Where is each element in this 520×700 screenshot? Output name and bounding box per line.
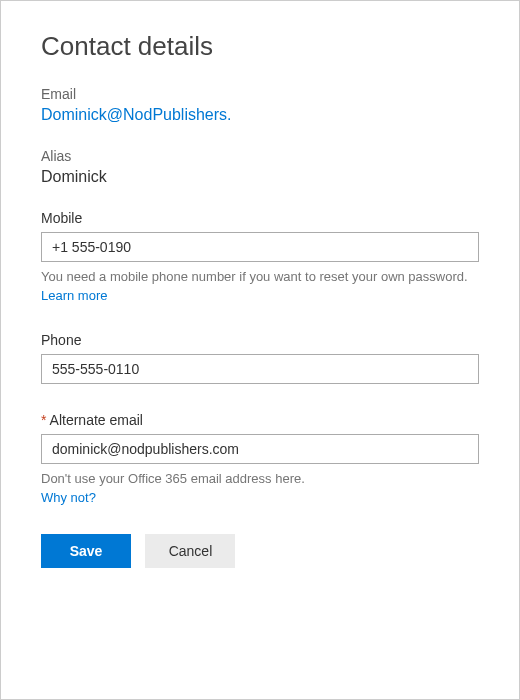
alternate-email-help-text: Don't use your Office 365 email address … — [41, 470, 479, 488]
mobile-help-text: You need a mobile phone number if you wa… — [41, 268, 479, 286]
mobile-section: Mobile You need a mobile phone number if… — [41, 210, 479, 304]
phone-input[interactable] — [41, 354, 479, 384]
alternate-email-label-text: Alternate email — [50, 412, 143, 428]
alternate-email-label: * Alternate email — [41, 412, 479, 428]
why-not-link[interactable]: Why not? — [41, 490, 96, 505]
mobile-label: Mobile — [41, 210, 479, 226]
alternate-email-input[interactable] — [41, 434, 479, 464]
button-row: Save Cancel — [41, 534, 479, 568]
alias-label: Alias — [41, 148, 479, 164]
cancel-button[interactable]: Cancel — [145, 534, 235, 568]
email-section: Email Dominick@NodPublishers. — [41, 86, 479, 124]
required-asterisk: * — [41, 412, 46, 428]
alias-value: Dominick — [41, 168, 479, 186]
alternate-email-section: * Alternate email Don't use your Office … — [41, 412, 479, 506]
email-label: Email — [41, 86, 479, 102]
alias-section: Alias Dominick — [41, 148, 479, 186]
learn-more-link[interactable]: Learn more — [41, 288, 107, 303]
mobile-input[interactable] — [41, 232, 479, 262]
phone-label: Phone — [41, 332, 479, 348]
phone-section: Phone — [41, 332, 479, 384]
save-button[interactable]: Save — [41, 534, 131, 568]
page-title: Contact details — [41, 31, 479, 62]
email-value: Dominick@NodPublishers. — [41, 106, 479, 124]
